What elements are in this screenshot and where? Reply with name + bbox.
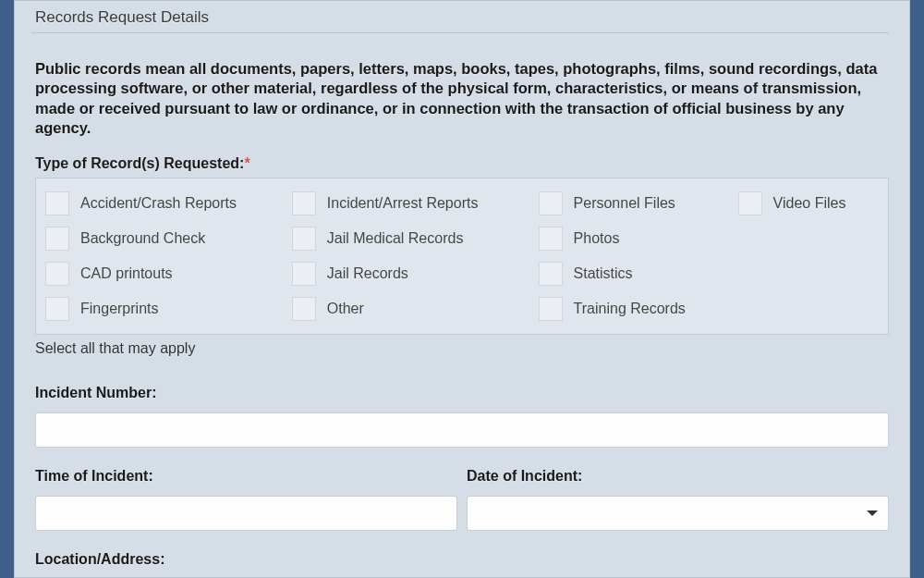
- checkbox-label-statistics: Statistics: [574, 265, 633, 282]
- checkbox-label-incident-arrest-reports: Incident/Arrest Reports: [327, 195, 479, 212]
- checkbox-label-training-records: Training Records: [574, 301, 686, 317]
- checkbox-item-statistics[interactable]: Statistics: [539, 262, 738, 286]
- checkbox-item-personnel-files[interactable]: Personnel Files: [539, 191, 738, 215]
- checkbox-label-jail-records: Jail Records: [327, 265, 408, 282]
- checkbox-item-jail-records[interactable]: Jail Records: [292, 262, 539, 286]
- public-records-description: Public records mean all documents, paper…: [35, 59, 889, 139]
- checkbox-label-other: Other: [327, 301, 364, 317]
- checkbox-empty-cell: [738, 227, 879, 251]
- checkbox-empty-cell: [738, 262, 879, 286]
- time-of-incident-label: Time of Incident:: [35, 468, 457, 485]
- checkbox-label-background-check: Background Check: [80, 230, 205, 247]
- records-request-panel: Records Request Details Public records m…: [14, 0, 910, 578]
- checkbox-fingerprints[interactable]: [45, 297, 69, 321]
- checkbox-label-accident-crash-reports: Accident/Crash Reports: [80, 195, 237, 212]
- checkbox-label-personnel-files: Personnel Files: [574, 195, 675, 212]
- checkbox-statistics[interactable]: [539, 262, 563, 286]
- checkbox-item-incident-arrest-reports[interactable]: Incident/Arrest Reports: [292, 191, 539, 215]
- checkbox-training-records[interactable]: [539, 297, 563, 321]
- checkbox-item-other[interactable]: Other: [292, 297, 539, 321]
- checkbox-background-check[interactable]: [45, 227, 69, 251]
- checkbox-personnel-files[interactable]: [539, 191, 563, 215]
- helper-text: Select all that may apply: [35, 340, 889, 357]
- checkbox-incident-arrest-reports[interactable]: [292, 191, 316, 215]
- checkbox-item-photos[interactable]: Photos: [539, 227, 738, 251]
- checkbox-label-jail-medical-records: Jail Medical Records: [327, 230, 464, 247]
- checkbox-jail-records[interactable]: [292, 262, 316, 286]
- checkbox-label-photos: Photos: [574, 230, 620, 247]
- required-indicator: *: [244, 155, 249, 171]
- checkbox-item-video-files[interactable]: Video Files: [738, 191, 879, 215]
- checkbox-other[interactable]: [292, 297, 316, 321]
- checkbox-photos[interactable]: [539, 227, 563, 251]
- checkbox-label-video-files: Video Files: [773, 195, 846, 212]
- checkbox-empty-cell: [738, 297, 879, 321]
- checkbox-item-cad-printouts[interactable]: CAD printouts: [45, 262, 292, 286]
- checkbox-video-files[interactable]: [738, 191, 762, 215]
- checkbox-label-fingerprints: Fingerprints: [80, 301, 158, 317]
- section-header: Records Request Details: [31, 1, 889, 33]
- checkbox-label-cad-printouts: CAD printouts: [80, 265, 173, 282]
- type-of-records-label: Type of Record(s) Requested:*: [35, 155, 889, 172]
- date-of-incident-input[interactable]: [467, 496, 889, 531]
- checkbox-item-background-check[interactable]: Background Check: [45, 227, 292, 251]
- incident-number-label: Incident Number:: [35, 385, 889, 401]
- location-address-label: Location/Address:: [35, 551, 889, 568]
- checkbox-cad-printouts[interactable]: [45, 262, 69, 286]
- incident-number-input[interactable]: [35, 412, 889, 448]
- checkbox-jail-medical-records[interactable]: [292, 227, 316, 251]
- record-types-group: Accident/Crash ReportsIncident/Arrest Re…: [35, 178, 889, 335]
- checkbox-item-training-records[interactable]: Training Records: [539, 297, 738, 321]
- date-of-incident-label: Date of Incident:: [467, 468, 889, 485]
- type-of-records-label-text: Type of Record(s) Requested:: [35, 155, 244, 171]
- checkbox-item-fingerprints[interactable]: Fingerprints: [45, 297, 292, 321]
- checkbox-accident-crash-reports[interactable]: [45, 191, 69, 215]
- checkbox-item-jail-medical-records[interactable]: Jail Medical Records: [292, 227, 539, 251]
- time-of-incident-input[interactable]: [35, 496, 457, 531]
- checkbox-item-accident-crash-reports[interactable]: Accident/Crash Reports: [45, 191, 292, 215]
